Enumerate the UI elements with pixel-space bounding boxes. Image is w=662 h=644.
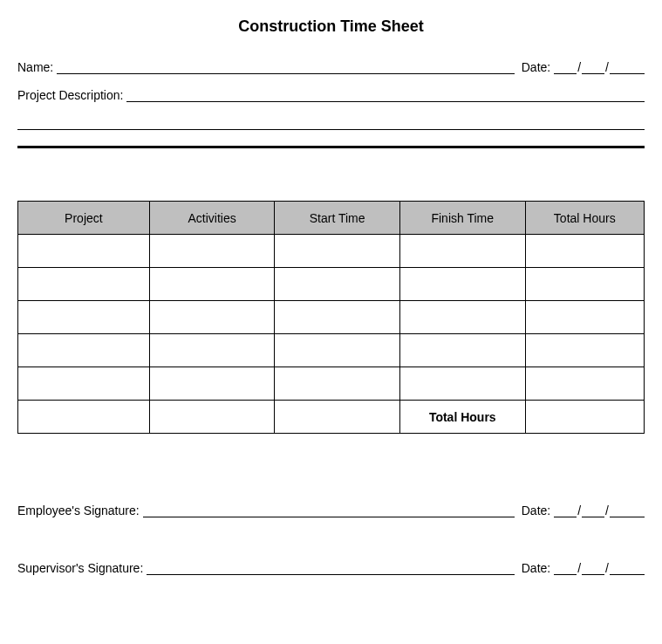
supervisor-signature-label: Supervisor's Signature: bbox=[17, 561, 143, 575]
cell[interactable] bbox=[275, 301, 400, 334]
table-total-row: Total Hours bbox=[18, 401, 645, 434]
table-row bbox=[18, 235, 645, 268]
sup-date-yy-line[interactable] bbox=[610, 561, 645, 575]
cell[interactable] bbox=[525, 235, 644, 268]
timesheet-table: Project Activities Start Time Finish Tim… bbox=[17, 201, 645, 434]
project-desc-line-1[interactable] bbox=[126, 88, 645, 102]
cell[interactable] bbox=[18, 367, 150, 401]
col-start-time: Start Time bbox=[275, 202, 400, 235]
header-date-label: Date: bbox=[522, 60, 550, 74]
page-title: Construction Time Sheet bbox=[17, 17, 645, 36]
section-divider bbox=[17, 146, 645, 148]
header-section: Name: Date: / / Project Description: bbox=[17, 60, 645, 130]
supervisor-date-group: Date: / / bbox=[522, 561, 645, 575]
cell[interactable] bbox=[525, 268, 644, 301]
cell[interactable] bbox=[525, 334, 644, 367]
supervisor-signature-row: Supervisor's Signature: Date: / / bbox=[17, 561, 645, 575]
cell[interactable] bbox=[18, 301, 150, 334]
signature-section: Employee's Signature: Date: / / Supervis… bbox=[17, 504, 645, 575]
emp-date-mm-line[interactable] bbox=[554, 504, 577, 517]
date-mm-line[interactable] bbox=[554, 60, 577, 74]
cell[interactable] bbox=[149, 334, 275, 367]
cell[interactable] bbox=[275, 367, 400, 401]
col-finish-time: Finish Time bbox=[399, 202, 525, 235]
cell[interactable] bbox=[275, 268, 400, 301]
cell[interactable] bbox=[525, 301, 644, 334]
cell[interactable] bbox=[18, 334, 150, 367]
sup-date-dd-line[interactable] bbox=[582, 561, 604, 575]
table-header-row: Project Activities Start Time Finish Tim… bbox=[18, 202, 645, 235]
cell[interactable] bbox=[275, 235, 400, 268]
total-hours-cell[interactable] bbox=[525, 401, 644, 434]
cell[interactable] bbox=[399, 367, 525, 401]
name-label: Name: bbox=[17, 60, 53, 74]
cell[interactable] bbox=[18, 268, 150, 301]
employee-signature-row: Employee's Signature: Date: / / bbox=[17, 504, 645, 517]
table-row bbox=[18, 268, 645, 301]
cell bbox=[275, 401, 400, 434]
emp-date-dd-line[interactable] bbox=[582, 504, 604, 517]
name-input-line[interactable] bbox=[57, 60, 515, 74]
cell[interactable] bbox=[149, 268, 275, 301]
cell bbox=[149, 401, 275, 434]
cell[interactable] bbox=[149, 367, 275, 401]
table-row bbox=[18, 367, 645, 401]
cell[interactable] bbox=[149, 235, 275, 268]
col-total-hours: Total Hours bbox=[525, 202, 644, 235]
cell bbox=[18, 401, 150, 434]
cell[interactable] bbox=[399, 268, 525, 301]
date-dd-line[interactable] bbox=[582, 60, 604, 74]
employee-date-group: Date: / / bbox=[522, 504, 645, 517]
cell[interactable] bbox=[18, 235, 150, 268]
project-desc-line-2[interactable] bbox=[17, 111, 645, 130]
employee-signature-label: Employee's Signature: bbox=[17, 504, 140, 517]
table-row bbox=[18, 334, 645, 367]
col-activities: Activities bbox=[149, 202, 275, 235]
cell[interactable] bbox=[525, 367, 644, 401]
cell[interactable] bbox=[399, 334, 525, 367]
employee-date-label: Date: bbox=[522, 504, 550, 517]
table-row bbox=[18, 301, 645, 334]
emp-date-yy-line[interactable] bbox=[610, 504, 645, 517]
supervisor-date-label: Date: bbox=[522, 561, 550, 575]
name-row: Name: Date: / / bbox=[17, 60, 645, 74]
cell[interactable] bbox=[399, 235, 525, 268]
cell[interactable] bbox=[399, 301, 525, 334]
project-desc-label: Project Description: bbox=[17, 88, 123, 102]
employee-signature-line[interactable] bbox=[143, 504, 515, 517]
col-project: Project bbox=[18, 202, 150, 235]
cell[interactable] bbox=[275, 334, 400, 367]
total-hours-label: Total Hours bbox=[399, 401, 525, 434]
date-yy-line[interactable] bbox=[610, 60, 645, 74]
cell[interactable] bbox=[149, 301, 275, 334]
header-date-group: Date: / / bbox=[522, 60, 645, 74]
sup-date-mm-line[interactable] bbox=[554, 561, 577, 575]
project-desc-row: Project Description: bbox=[17, 88, 645, 102]
supervisor-signature-line[interactable] bbox=[147, 561, 514, 575]
